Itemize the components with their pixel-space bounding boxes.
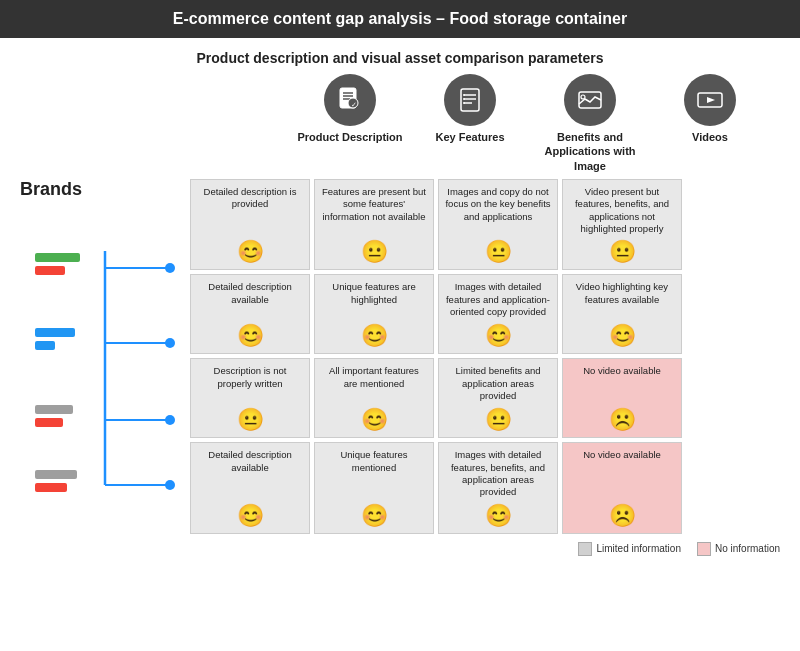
cell-r4-c2: Unique features mentioned 😊 (314, 442, 434, 533)
col-product-desc: ✓ Product Description (290, 74, 410, 173)
cell-r4-c4: No video available ☹️ (562, 442, 682, 533)
cell-r1-c3: Images and copy do not focus on the key … (438, 179, 558, 270)
cell-text: Images with detailed features and applic… (445, 281, 551, 319)
cell-r1-c2: Features are present but some features' … (314, 179, 434, 270)
main-content: Brands (0, 179, 800, 538)
cell-r2-c2: Unique features are highlighted 😊 (314, 274, 434, 354)
col-product-desc-label: Product Description (297, 130, 402, 144)
svg-rect-29 (35, 483, 67, 492)
cell-text: No video available (583, 365, 661, 403)
cell-text: All important features are mentioned (321, 365, 427, 403)
col-key-features: Key Features (410, 74, 530, 173)
cell-emoji: 😊 (609, 323, 636, 349)
cell-text: Images and copy do not focus on the key … (445, 186, 551, 235)
cell-emoji: 😐 (609, 239, 636, 265)
legend-gray-box (578, 542, 592, 556)
table-row: Detailed description is provided 😊 Featu… (190, 179, 790, 270)
page-title: E-commerce content gap analysis – Food s… (0, 0, 800, 38)
grid-section: Detailed description is provided 😊 Featu… (190, 179, 790, 538)
legend-limited: Limited information (578, 542, 680, 556)
benefits-icon (564, 74, 616, 126)
cell-text: Unique features mentioned (321, 449, 427, 498)
cell-r2-c1: Detailed description available 😊 (190, 274, 310, 354)
svg-rect-24 (35, 328, 75, 337)
cell-text: No video available (583, 449, 661, 498)
cell-r3-c1: Description is not properly written 😐 (190, 358, 310, 438)
table-row: Detailed description available 😊 Unique … (190, 442, 790, 533)
svg-rect-25 (35, 341, 55, 350)
cell-emoji: 😊 (361, 503, 388, 529)
cell-text: Description is not properly written (197, 365, 303, 403)
key-features-icon (444, 74, 496, 126)
cell-emoji: 😐 (485, 239, 512, 265)
svg-rect-26 (35, 405, 73, 414)
col-videos: Videos (650, 74, 770, 173)
col-benefits-label: Benefits and Applications with Image (530, 130, 650, 173)
col-videos-label: Videos (692, 130, 728, 144)
cell-r4-c1: Detailed description available 😊 (190, 442, 310, 533)
cell-emoji: 😊 (361, 407, 388, 433)
cell-r2-c3: Images with detailed features and applic… (438, 274, 558, 354)
cell-text: Limited benefits and application areas p… (445, 365, 551, 403)
svg-text:✓: ✓ (351, 101, 357, 108)
cell-text: Video present but features, benefits, an… (569, 186, 675, 235)
svg-rect-28 (35, 470, 77, 479)
cell-text: Features are present but some features' … (321, 186, 427, 235)
svg-rect-6 (461, 89, 479, 111)
videos-icon (684, 74, 736, 126)
cell-emoji: ☹️ (609, 407, 636, 433)
svg-point-19 (165, 338, 175, 348)
cell-r4-c3: Images with detailed features, benefits,… (438, 442, 558, 533)
legend-none-label: No information (715, 543, 780, 554)
cell-text: Detailed description available (197, 281, 303, 319)
brands-diagram (15, 213, 185, 523)
cell-text: Detailed description available (197, 449, 303, 498)
cell-emoji: 😊 (485, 503, 512, 529)
cell-text: Detailed description is provided (197, 186, 303, 235)
cell-emoji: 😊 (361, 323, 388, 349)
cell-text: Unique features are highlighted (321, 281, 427, 319)
cell-emoji: 😊 (237, 323, 264, 349)
svg-marker-16 (707, 97, 715, 103)
svg-point-12 (463, 102, 465, 104)
table-row: Detailed description available 😊 Unique … (190, 274, 790, 354)
cell-emoji: 😐 (485, 407, 512, 433)
cell-text: Video highlighting key features availabl… (569, 281, 675, 319)
cell-r3-c2: All important features are mentioned 😊 (314, 358, 434, 438)
cell-text: Images with detailed features, benefits,… (445, 449, 551, 498)
product-desc-icon: ✓ (324, 74, 376, 126)
cell-r2-c4: Video highlighting key features availabl… (562, 274, 682, 354)
brands-label: Brands (20, 179, 82, 200)
col-benefits: Benefits and Applications with Image (530, 74, 650, 173)
cell-r1-c4: Video present but features, benefits, an… (562, 179, 682, 270)
svg-rect-22 (35, 253, 80, 262)
cell-r3-c3: Limited benefits and application areas p… (438, 358, 558, 438)
svg-point-14 (581, 95, 585, 99)
cell-emoji: 😐 (361, 239, 388, 265)
svg-point-11 (463, 98, 465, 100)
cell-emoji: 😊 (237, 239, 264, 265)
svg-point-20 (165, 415, 175, 425)
cell-r1-c1: Detailed description is provided 😊 (190, 179, 310, 270)
svg-point-10 (463, 94, 465, 96)
column-icons-row: ✓ Product Description Key Features (0, 74, 800, 177)
legend-limited-label: Limited information (596, 543, 680, 554)
cell-emoji: 😊 (237, 503, 264, 529)
legend-none: No information (697, 542, 780, 556)
svg-rect-23 (35, 266, 65, 275)
cell-emoji: 😐 (237, 407, 264, 433)
svg-rect-27 (35, 418, 63, 427)
svg-point-21 (165, 480, 175, 490)
svg-point-18 (165, 263, 175, 273)
page-subtitle: Product description and visual asset com… (0, 38, 800, 74)
brands-section: Brands (10, 179, 190, 538)
cell-r3-c4: No video available ☹️ (562, 358, 682, 438)
svg-rect-13 (579, 92, 601, 108)
legend-pink-box (697, 542, 711, 556)
cell-emoji: 😊 (485, 323, 512, 349)
col-key-features-label: Key Features (435, 130, 504, 144)
legend: Limited information No information (0, 538, 800, 560)
table-row: Description is not properly written 😐 Al… (190, 358, 790, 438)
cell-emoji: ☹️ (609, 503, 636, 529)
